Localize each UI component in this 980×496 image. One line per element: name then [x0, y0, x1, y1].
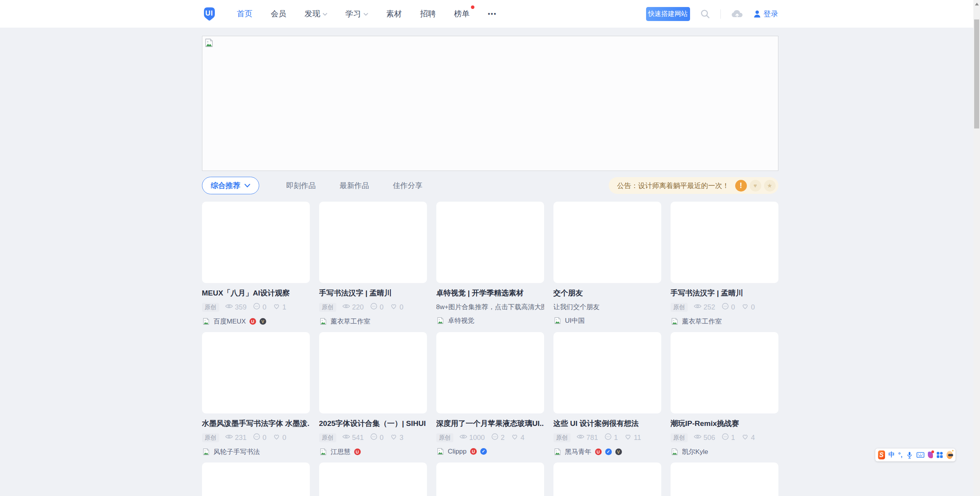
original-badge: 原创 [553, 433, 571, 442]
work-thumbnail[interactable] [671, 463, 778, 496]
comments-count: 1 [731, 434, 735, 442]
avatar [553, 317, 562, 325]
work-thumbnail[interactable] [202, 463, 310, 496]
work-thumbnail[interactable] [436, 332, 544, 413]
work-card[interactable]: 这些 UI 设计案例很有想法原创781111黑马青年U✓V [553, 332, 661, 456]
announcement-alert-icon[interactable]: ! [735, 180, 747, 192]
filter-tab[interactable]: 即刻作品 [286, 181, 316, 191]
work-card[interactable] [202, 463, 310, 496]
work-author[interactable]: 黑马青年U✓V [553, 447, 661, 456]
nav-item[interactable]: 素材 [386, 9, 402, 19]
keyboard-icon[interactable] [917, 452, 924, 458]
scrollbar-thumb[interactable] [974, 19, 979, 128]
punctuation-icon[interactable]: °, [898, 452, 903, 459]
work-card[interactable] [436, 463, 544, 496]
toolbox-icon[interactable] [936, 452, 943, 458]
nav-item[interactable]: 首页 [237, 9, 253, 19]
comment-icon [491, 433, 499, 443]
work-title[interactable]: 这些 UI 设计案例很有想法 [553, 419, 661, 429]
sort-dropdown[interactable]: 综合推荐 [202, 177, 259, 194]
work-thumbnail[interactable] [553, 202, 661, 283]
work-thumbnail[interactable] [436, 202, 544, 283]
work-title[interactable]: 2025字体设计合集（一）| SIHUI [319, 419, 427, 429]
filter-tab[interactable]: 佳作分享 [393, 181, 423, 191]
hero-banner[interactable] [202, 36, 778, 171]
nav-item[interactable]: 学习 [346, 9, 368, 19]
work-author[interactable]: 凯尔Kyle [671, 447, 778, 456]
work-card[interactable] [671, 463, 778, 496]
comments-count: 0 [380, 434, 384, 442]
work-card[interactable]: MEUX「八月」AI设计观察原创35901百度MEUXUV [202, 202, 310, 326]
work-author[interactable]: ClipppU✓ [436, 447, 544, 456]
scrollbar[interactable] [973, 0, 980, 496]
work-title[interactable]: MEUX「八月」AI设计观察 [202, 288, 310, 298]
work-title[interactable]: 手写书法汉字 | 孟晴川 [319, 288, 427, 298]
nav-item-label: 学习 [346, 9, 361, 19]
build-site-button[interactable]: 快速搭建网站 [646, 7, 690, 21]
work-author[interactable]: 风轮子手写书法 [202, 447, 310, 456]
work-card[interactable] [319, 463, 427, 496]
work-author[interactable]: 薰衣草工作室 [319, 317, 427, 326]
search-icon[interactable] [700, 9, 710, 19]
work-thumbnail[interactable] [436, 463, 544, 496]
announcement-bar[interactable]: 公告：设计师离着躺平最近的一次！ ! ♥ ★ [609, 177, 778, 194]
nav-item-more[interactable]: ••• [488, 11, 497, 18]
work-thumbnail[interactable] [671, 332, 778, 413]
eye-icon [225, 433, 233, 443]
work-thumbnail[interactable] [319, 202, 427, 283]
work-card[interactable]: 2025字体设计合集（一）| SIHUI原创54103江思慧U [319, 332, 427, 456]
nav-item[interactable]: 招聘 [420, 9, 436, 19]
announcement-heart-icon[interactable]: ♥ [750, 180, 761, 192]
work-thumbnail[interactable] [671, 202, 778, 283]
likes-stat: 0 [272, 433, 286, 443]
comment-icon [721, 302, 729, 312]
scrollbar-up-arrow[interactable] [975, 3, 979, 5]
work-card[interactable]: 潮玩IP-Remix挑战赛原创50614凯尔Kyle [671, 332, 778, 456]
comments-count: 0 [263, 434, 267, 442]
skin-icon[interactable] [928, 452, 933, 458]
work-title[interactable]: 交个朋友 [553, 288, 661, 298]
work-author[interactable]: 卓特视觉 [436, 316, 544, 325]
work-title[interactable]: 手写书法汉字 | 孟晴川 [671, 288, 778, 298]
chinese-mode-icon[interactable]: 中 [889, 451, 895, 459]
work-thumbnail[interactable] [202, 202, 310, 283]
work-card[interactable]: 交个朋友让我们交个朋友UI中国 [553, 202, 661, 326]
filter-tab[interactable]: 最新作品 [340, 181, 369, 191]
work-author[interactable]: 薰衣草工作室 [671, 317, 778, 326]
announcement-star-icon[interactable]: ★ [764, 180, 776, 192]
work-author[interactable]: 江思慧U [319, 447, 427, 456]
likes-count: 4 [521, 434, 525, 442]
work-title[interactable]: 深度用了一个月苹果液态玻璃UI... [436, 419, 544, 429]
work-card[interactable] [553, 463, 661, 496]
work-card[interactable]: 手写书法汉字 | 孟晴川原创25200薰衣草工作室 [671, 202, 778, 326]
ai-assistant-icon[interactable] [947, 451, 953, 459]
work-card[interactable]: 手写书法汉字 | 孟晴川原创22000薰衣草工作室 [319, 202, 427, 326]
verified-u-badge: U [470, 448, 477, 455]
nav-item[interactable]: 会员 [271, 9, 286, 19]
work-thumbnail[interactable] [553, 332, 661, 413]
work-card[interactable]: 深度用了一个月苹果液态玻璃UI...原创100024ClipppU✓ [436, 332, 544, 456]
author-name: UI中国 [565, 316, 585, 325]
views-count: 359 [235, 303, 247, 311]
sogou-logo-icon[interactable]: S [878, 450, 885, 459]
work-title[interactable]: 潮玩IP-Remix挑战赛 [671, 419, 778, 429]
work-author[interactable]: UI中国 [553, 316, 661, 325]
nav-item[interactable]: 发现 [305, 9, 327, 19]
comments-stat: 0 [253, 302, 267, 312]
work-thumbnail[interactable] [319, 332, 427, 413]
cloud-upload-icon[interactable] [731, 9, 743, 19]
work-title[interactable]: 水墨风泼墨手写书法字体 水墨泼... [202, 419, 310, 429]
top-navbar: UI 首页会员发现学习素材招聘榜单••• 快速搭建网站 登录 [0, 0, 980, 28]
work-card[interactable]: 水墨风泼墨手写书法字体 水墨泼...原创23100风轮子手写书法 [202, 332, 310, 456]
site-logo[interactable]: UI [202, 6, 217, 22]
views-stat: 781 [576, 433, 598, 443]
work-thumbnail[interactable] [319, 463, 427, 496]
work-author[interactable]: 百度MEUXUV [202, 317, 310, 326]
work-title[interactable]: 卓特视觉 | 开学季精选素材 [436, 288, 544, 298]
microphone-icon[interactable] [906, 451, 913, 459]
nav-item[interactable]: 榜单 [454, 9, 470, 19]
work-card[interactable]: 卓特视觉 | 开学季精选素材8w+图片合集推荐，点击下载高清大图卓特视觉 [436, 202, 544, 326]
work-thumbnail[interactable] [553, 463, 661, 496]
login-link[interactable]: 登录 [753, 9, 778, 19]
work-thumbnail[interactable] [202, 332, 310, 413]
